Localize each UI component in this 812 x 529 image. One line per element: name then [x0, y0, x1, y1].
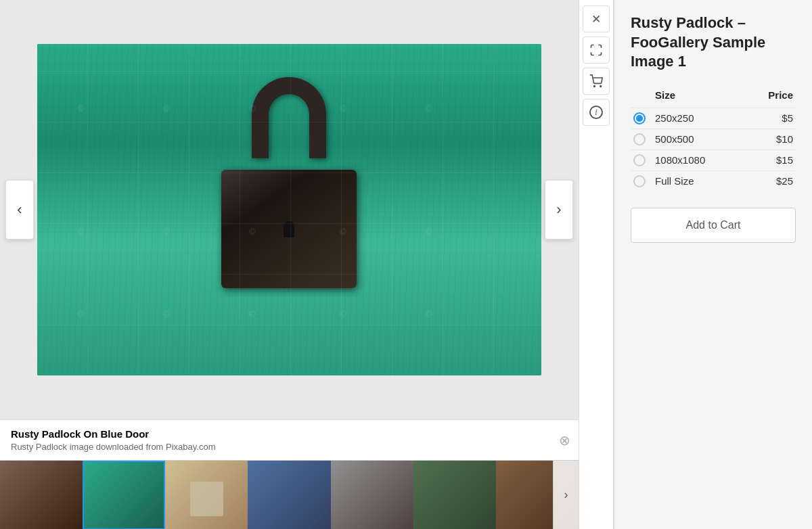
size-price-2: $10 — [745, 129, 796, 150]
radio-4[interactable] — [633, 175, 646, 187]
main-image: © © © © © © © © © © © © © © © — [37, 44, 541, 375]
close-toolbar-button[interactable]: ✕ — [583, 5, 610, 32]
side-toolbar: ✕ i — [579, 0, 614, 529]
thumbnail-3[interactable] — [165, 461, 248, 529]
expand-icon — [589, 43, 603, 57]
size-price-4: $25 — [745, 170, 796, 191]
watermark-symbol: © — [426, 227, 432, 237]
caption-description: Rusty Padlock image downloaded from Pixa… — [11, 442, 551, 452]
left-area: ‹ © © © © — [0, 0, 579, 529]
watermark-symbol: © — [78, 104, 85, 114]
watermark-symbol: © — [426, 104, 432, 114]
size-row-3[interactable]: 1080x1080$15 — [631, 150, 796, 170]
next-button[interactable]: › — [545, 180, 573, 239]
add-to-cart-button[interactable]: Add to Cart — [631, 208, 796, 243]
caption-close-button[interactable]: ⊗ — [559, 434, 570, 447]
radio-cell-1[interactable] — [631, 108, 652, 129]
image-wrapper: ‹ © © © © — [0, 0, 579, 419]
thumbnail-6[interactable] — [413, 461, 496, 529]
watermark-symbol: © — [249, 309, 256, 319]
radio-cell-3[interactable] — [631, 150, 652, 170]
watermark-symbol: © — [163, 104, 170, 114]
size-label-3: 1080x1080 — [652, 150, 745, 170]
info-icon: i — [589, 106, 603, 119]
watermark-symbol: © — [249, 104, 256, 114]
watermark-grid — [37, 44, 541, 375]
lightbox-overlay: ‹ © © © © — [0, 0, 812, 529]
radio-1[interactable] — [633, 112, 646, 124]
prev-icon: ‹ — [17, 201, 22, 218]
col-radio — [631, 85, 652, 108]
col-price-header: Price — [745, 85, 796, 108]
watermark-symbol: © — [78, 309, 85, 319]
radio-cell-2[interactable] — [631, 129, 652, 150]
watermark-symbol: © — [340, 309, 346, 319]
cart-toolbar-button[interactable] — [583, 68, 610, 95]
size-row-2[interactable]: 500x500$10 — [631, 129, 796, 150]
prev-button[interactable]: ‹ — [5, 180, 34, 239]
thumbnail-4[interactable] — [248, 461, 330, 529]
watermark-symbol: © — [249, 227, 256, 237]
size-label-2: 500x500 — [652, 129, 745, 150]
thumbnails-next-icon: › — [564, 488, 568, 502]
caption-bar: Rusty Padlock On Blue Door Rusty Padlock… — [0, 419, 579, 460]
size-price-3: $15 — [745, 150, 796, 170]
watermark-symbol: © — [78, 227, 85, 237]
thumbnails-strip: › — [0, 460, 579, 529]
watermark-symbol: © — [426, 309, 432, 319]
thumbnail-1[interactable] — [0, 461, 83, 529]
thumbnail-5[interactable] — [331, 461, 413, 529]
svg-point-1 — [600, 86, 602, 87]
watermark-symbol: © — [163, 309, 170, 319]
scene-background: © © © © © © © © © © © © © © © — [37, 44, 541, 375]
radio-3[interactable] — [633, 154, 646, 166]
size-price-table: Size Price 250x250$5500x500$101080x1080$… — [631, 85, 796, 191]
size-label-4: Full Size — [652, 170, 745, 191]
watermark-symbol: © — [163, 227, 170, 237]
col-size-header: Size — [652, 85, 745, 108]
expand-button[interactable] — [583, 37, 610, 64]
product-title: Rusty Padlock – FooGallery Sample Image … — [631, 14, 796, 72]
right-panel: Rusty Padlock – FooGallery Sample Image … — [614, 0, 812, 529]
radio-cell-4[interactable] — [631, 170, 652, 191]
close-toolbar-icon: ✕ — [591, 12, 601, 26]
size-price-1: $5 — [745, 108, 796, 129]
cart-toolbar-icon — [589, 74, 603, 88]
info-button[interactable]: i — [583, 99, 610, 126]
size-row-1[interactable]: 250x250$5 — [631, 108, 796, 129]
watermark-symbol: © — [340, 104, 346, 114]
svg-point-0 — [594, 86, 595, 87]
size-label-1: 250x250 — [652, 108, 745, 129]
product-info: Rusty Padlock – FooGallery Sample Image … — [614, 0, 812, 254]
size-row-4[interactable]: Full Size$25 — [631, 170, 796, 191]
thumbnails-next-button[interactable]: › — [553, 461, 579, 529]
watermark-symbol: © — [340, 227, 346, 237]
radio-2[interactable] — [633, 133, 646, 145]
thumbnail-2[interactable] — [83, 461, 165, 529]
caption-title: Rusty Padlock On Blue Door — [11, 428, 551, 440]
next-icon: › — [556, 201, 561, 218]
